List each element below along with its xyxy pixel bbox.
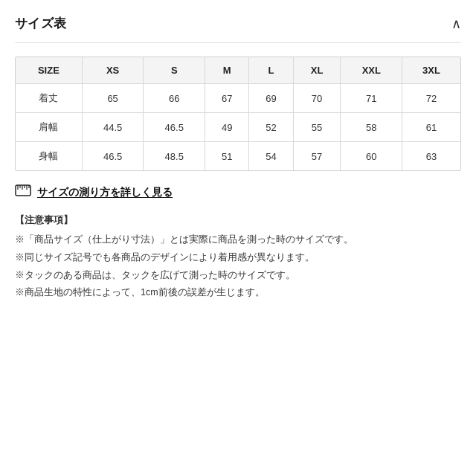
section-title: サイズ表	[15, 15, 66, 32]
note-item: ※同じサイズ記号でも各商品のデザインにより着用感が異なります。	[15, 250, 461, 266]
col-header-xxl: XXL	[341, 57, 402, 84]
note-item: ※タックのある商品は、タックを広げて測った時のサイズです。	[15, 268, 461, 284]
measure-link-row[interactable]: サイズの測り方を詳しく見る	[15, 184, 461, 200]
cell-value: 57	[293, 142, 341, 171]
col-header-size: SIZE	[16, 57, 82, 84]
col-header-m: M	[205, 57, 249, 84]
cell-value: 51	[205, 142, 249, 171]
col-header-xs: XS	[82, 57, 144, 84]
cell-value: 58	[341, 113, 402, 142]
table-header-row: SIZEXSSMLXLXXL3XL	[16, 57, 460, 84]
cell-value: 70	[293, 84, 341, 113]
notes-title: 【注意事項】	[15, 212, 461, 229]
size-table: SIZEXSSMLXLXXL3XL 着丈65666769707172肩幅44.5…	[16, 57, 460, 170]
col-header-s: S	[144, 57, 205, 84]
row-label: 身幅	[16, 142, 82, 171]
row-label: 肩幅	[16, 113, 82, 142]
table-row: 身幅46.548.55154576063	[16, 142, 460, 171]
measure-link-text[interactable]: サイズの測り方を詳しく見る	[37, 186, 173, 199]
chevron-up-icon[interactable]: ∧	[451, 16, 461, 32]
cell-value: 46.5	[144, 113, 205, 142]
cell-value: 61	[402, 113, 460, 142]
cell-value: 66	[144, 84, 205, 113]
cell-value: 48.5	[144, 142, 205, 171]
cell-value: 72	[402, 84, 460, 113]
ruler-icon	[15, 184, 31, 200]
cell-value: 54	[249, 142, 293, 171]
note-item: ※商品生地の特性によって、1cm前後の誤差が生じます。	[15, 285, 461, 301]
cell-value: 44.5	[82, 113, 144, 142]
col-header-xl: XL	[293, 57, 341, 84]
cell-value: 52	[249, 113, 293, 142]
cell-value: 60	[341, 142, 402, 171]
cell-value: 69	[249, 84, 293, 113]
cell-value: 46.5	[82, 142, 144, 171]
note-item: ※「商品サイズ（仕上がり寸法）」とは実際に商品を測った時のサイズです。	[15, 232, 461, 248]
notes-section: 【注意事項】 ※「商品サイズ（仕上がり寸法）」とは実際に商品を測った時のサイズで…	[15, 212, 461, 301]
col-header-l: L	[249, 57, 293, 84]
cell-value: 71	[341, 84, 402, 113]
cell-value: 63	[402, 142, 460, 171]
cell-value: 67	[205, 84, 249, 113]
table-row: 着丈65666769707172	[16, 84, 460, 113]
col-header-3xl: 3XL	[402, 57, 460, 84]
table-row: 肩幅44.546.54952555861	[16, 113, 460, 142]
cell-value: 49	[205, 113, 249, 142]
size-table-wrapper: SIZEXSSMLXLXXL3XL 着丈65666769707172肩幅44.5…	[15, 57, 461, 171]
cell-value: 55	[293, 113, 341, 142]
row-label: 着丈	[16, 84, 82, 113]
cell-value: 65	[82, 84, 144, 113]
